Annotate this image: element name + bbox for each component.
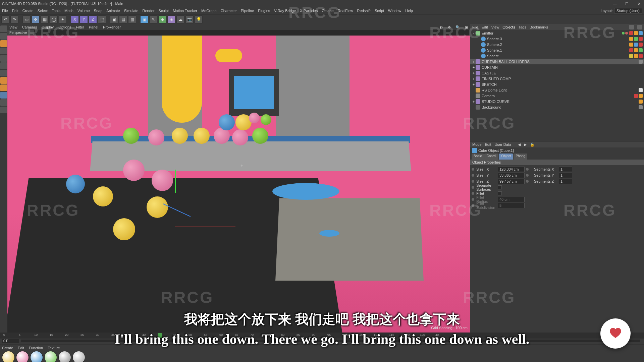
menu-plugins[interactable]: Plugins bbox=[258, 9, 270, 13]
record-fab-button[interactable] bbox=[600, 318, 631, 349]
viewmenu-view[interactable]: View bbox=[9, 25, 17, 29]
object-tag[interactable] bbox=[634, 54, 638, 58]
object-row[interactable]: RS Dome Light bbox=[470, 87, 644, 93]
material-item[interactable]: RS Mate bbox=[72, 351, 85, 362]
menu-edit[interactable]: Edit bbox=[12, 9, 18, 13]
expand-icon[interactable]: + bbox=[472, 60, 476, 64]
material-item[interactable]: RS Mate bbox=[2, 351, 15, 362]
menu-sculpt[interactable]: Sculpt bbox=[159, 9, 169, 13]
attr-value-field[interactable]: 126.304 cm bbox=[498, 167, 525, 172]
viewmenu-cameras[interactable]: Cameras bbox=[22, 25, 37, 29]
visibility-dot[interactable] bbox=[625, 32, 628, 35]
object-tag[interactable] bbox=[639, 105, 643, 109]
object-tag[interactable] bbox=[629, 48, 633, 52]
expand-icon[interactable]: + bbox=[472, 65, 476, 69]
menu-file[interactable]: File bbox=[2, 9, 8, 13]
object-row[interactable]: Sphere.3 bbox=[470, 36, 644, 42]
scale-tool[interactable]: ▦ bbox=[41, 15, 49, 23]
snap-icon[interactable] bbox=[0, 84, 7, 91]
object-tag[interactable] bbox=[629, 37, 633, 41]
attrmenu-edit[interactable]: Edit bbox=[485, 142, 491, 146]
planar-workplane-icon[interactable] bbox=[0, 107, 7, 113]
attrmenu-user-data[interactable]: User Data bbox=[495, 142, 512, 146]
checkbox[interactable] bbox=[498, 185, 502, 189]
expand-icon[interactable]: + bbox=[472, 100, 476, 104]
menu-tools[interactable]: Tools bbox=[52, 9, 60, 13]
viewport-canvas[interactable]: + Grid Spacing : 100 cm bbox=[7, 36, 470, 333]
light-button[interactable]: 💡 bbox=[195, 15, 203, 23]
menu-create[interactable]: Create bbox=[22, 9, 34, 13]
attrmenu-mode[interactable]: Mode bbox=[472, 142, 482, 146]
viewport-zoom-icon[interactable]: 🔍 bbox=[455, 25, 460, 29]
checkbox[interactable] bbox=[498, 191, 502, 195]
object-tag[interactable] bbox=[634, 31, 638, 35]
object-tag[interactable] bbox=[639, 43, 643, 47]
attr-value-field[interactable]: 1 bbox=[559, 167, 572, 172]
last-tool[interactable]: ✦ bbox=[59, 15, 67, 23]
viewmenu-filter[interactable]: Filter bbox=[76, 25, 84, 29]
search-icon[interactable] bbox=[629, 25, 634, 29]
layout-dropdown[interactable]: Startup (User) bbox=[614, 8, 642, 13]
menu-mesh[interactable]: Mesh bbox=[64, 9, 73, 13]
filter-icon[interactable] bbox=[637, 25, 642, 29]
expand-icon[interactable]: + bbox=[472, 71, 476, 75]
object-row[interactable]: Sphere bbox=[470, 53, 644, 59]
gizmo-x-axis[interactable] bbox=[175, 227, 235, 227]
menu-snap[interactable]: Snap bbox=[94, 9, 103, 13]
object-tag[interactable] bbox=[629, 31, 633, 35]
rotate-tool[interactable]: ◯ bbox=[50, 15, 58, 23]
expand-icon[interactable]: - bbox=[472, 31, 476, 35]
attr-lock-icon[interactable]: 🔒 bbox=[530, 142, 535, 147]
object-row[interactable]: +SKETCH bbox=[470, 81, 644, 87]
timeline-playhead[interactable] bbox=[158, 333, 162, 338]
generator-button[interactable]: ◆ bbox=[158, 15, 166, 23]
workplane-icon[interactable] bbox=[0, 40, 7, 47]
viewmenu-display[interactable]: Display bbox=[42, 25, 54, 29]
menu-motion-tracker[interactable]: Motion Tracker bbox=[173, 9, 197, 13]
objtab-file[interactable]: File bbox=[472, 25, 478, 29]
deformer-button[interactable]: ◈ bbox=[167, 15, 175, 23]
attr-fwd-icon[interactable]: ▶ bbox=[524, 142, 527, 147]
axis-mode-icon[interactable] bbox=[0, 70, 7, 76]
menu-octane[interactable]: Octane bbox=[322, 9, 333, 13]
gizmo-y-axis[interactable] bbox=[175, 170, 176, 193]
objtab-edit[interactable]: Edit bbox=[482, 25, 488, 29]
attrtab-phong[interactable]: Phong bbox=[514, 154, 527, 160]
viewport-nav-icon[interactable]: ◐ bbox=[440, 25, 443, 29]
menu-redshift[interactable]: Redshift bbox=[357, 9, 371, 13]
funcmenu-create[interactable]: Create bbox=[2, 346, 13, 350]
menu-realflow[interactable]: RealFlow bbox=[338, 9, 353, 13]
z-axis-button[interactable]: Z bbox=[89, 15, 97, 23]
timeline-slider[interactable] bbox=[21, 340, 640, 342]
object-row[interactable]: +CURTAIN BALL COLLIDERS bbox=[470, 59, 644, 64]
viewmenu-prorender[interactable]: ProRender bbox=[103, 25, 121, 29]
redo-button[interactable]: ↷ bbox=[10, 15, 18, 23]
material-preview[interactable] bbox=[2, 351, 15, 362]
objtab-bookmarks[interactable]: Bookmarks bbox=[530, 25, 548, 29]
menu-animate[interactable]: Animate bbox=[106, 9, 120, 13]
material-preview[interactable] bbox=[16, 351, 29, 362]
expand-icon[interactable]: + bbox=[472, 82, 476, 86]
undo-button[interactable]: ↶ bbox=[1, 15, 9, 23]
material-preview[interactable] bbox=[44, 351, 57, 362]
object-tag[interactable] bbox=[634, 94, 638, 98]
object-row[interactable]: Camera bbox=[470, 93, 644, 99]
menu-select[interactable]: Select bbox=[38, 9, 48, 13]
edge-mode-icon[interactable] bbox=[0, 55, 7, 62]
object-tag[interactable] bbox=[639, 100, 643, 104]
object-tag[interactable] bbox=[629, 43, 633, 47]
object-row[interactable]: Sphere.2 bbox=[470, 42, 644, 47]
funcmenu-function[interactable]: Function bbox=[29, 346, 43, 350]
viewmenu-options[interactable]: Options bbox=[58, 25, 71, 29]
attrtab-basic[interactable]: Basic bbox=[472, 154, 484, 160]
timeline-ruler[interactable]: 0510152025303538404244505560657075808590… bbox=[0, 333, 644, 339]
material-preview[interactable] bbox=[30, 351, 43, 362]
object-tag[interactable] bbox=[629, 54, 633, 58]
material-item[interactable]: RS Mate bbox=[58, 351, 71, 362]
objtab-tags[interactable]: Tags bbox=[519, 25, 526, 29]
object-tree[interactable]: -EmitterSphere.3Sphere.2Sphere.1Sphere+C… bbox=[470, 30, 644, 141]
objtab-objects[interactable]: Objects bbox=[502, 25, 515, 29]
close-button[interactable]: ✕ bbox=[636, 2, 642, 6]
object-tag[interactable] bbox=[639, 94, 643, 98]
maximize-button[interactable]: ☐ bbox=[624, 2, 630, 6]
